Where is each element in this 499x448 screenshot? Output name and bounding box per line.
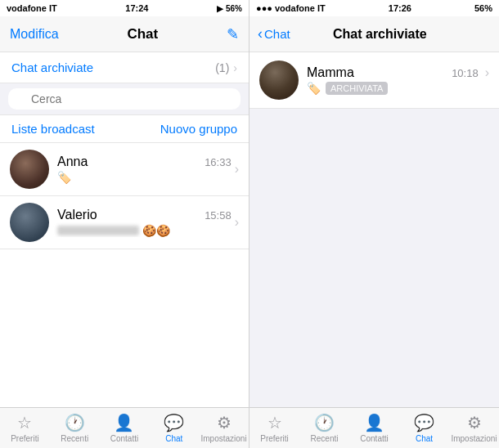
right-chat-icon: 💬 <box>414 413 434 432</box>
chat-name-anna: Anna <box>57 155 88 169</box>
archived-label: Chat archiviate <box>11 60 93 74</box>
right-title: Chat archiviate <box>269 27 491 42</box>
archived-time-area: 10:18 › <box>452 65 489 80</box>
right-status-bar: ●●● vodafone IT 17:26 56% <box>250 0 499 16</box>
left-panel: vodafone IT 17:24 ▶ 56% Modifica Chat ✎ … <box>0 0 250 448</box>
tab-recenti[interactable]: 🕐 Recenti <box>50 413 100 443</box>
right-gear-icon: ⚙ <box>467 413 482 432</box>
right-tab-bar: ☆ Preferiti 🕐 Recenti 👤 Contatti 💬 Chat … <box>250 407 499 448</box>
chat-preview-anna: 🏷️ <box>57 171 232 184</box>
avatar-mamma <box>259 60 299 100</box>
chat-name-row-valerio: Valerio 15:58 <box>57 208 232 222</box>
battery-icon: 56% <box>226 4 242 13</box>
chevron-valerio: › <box>235 215 239 230</box>
tab-chat[interactable]: 💬 Chat <box>149 413 199 443</box>
gear-icon: ⚙ <box>217 413 232 432</box>
right-tab-chat[interactable]: 💬 Chat <box>399 413 449 443</box>
right-navbar: ‹ Chat Chat archiviate <box>250 16 499 52</box>
chat-name-row-anna: Anna 16:33 <box>57 155 232 169</box>
right-tab-preferiti[interactable]: ☆ Preferiti <box>250 413 299 443</box>
chat-item-anna[interactable]: Anna 16:33 🏷️ › <box>0 143 249 196</box>
back-chevron-icon: ‹ <box>258 25 263 43</box>
right-time: 17:26 <box>389 3 411 13</box>
left-carrier: vodafone IT <box>7 3 57 13</box>
right-tab-label-chat: Chat <box>416 434 433 443</box>
archived-name-mamma: Mamma <box>307 65 354 80</box>
chat-list: Anna 16:33 🏷️ › Valerio 15:58 🍪🍪 <box>0 143 249 407</box>
avatar-anna <box>10 150 49 189</box>
tab-contatti[interactable]: 👤 Contatti <box>100 413 150 443</box>
archived-count: (1) <box>215 61 229 74</box>
tab-impostazioni[interactable]: ⚙ Impostazioni <box>199 413 249 443</box>
person-icon: 👤 <box>114 413 134 432</box>
chat-name-valerio: Valerio <box>57 208 97 222</box>
archived-row[interactable]: Chat archiviate (1) › <box>0 52 249 83</box>
modifica-button[interactable]: Modifica <box>10 27 59 42</box>
left-icons: ▶ 56% <box>217 4 242 13</box>
right-tab-label-recenti: Recenti <box>311 434 339 443</box>
chevron-anna: › <box>235 162 239 177</box>
tab-label-recenti: Recenti <box>61 434 88 443</box>
right-tab-label-impostazioni: Impostazioni <box>451 434 497 443</box>
right-tab-label-contatti: Contatti <box>360 434 388 443</box>
right-panel: ●●● vodafone IT 17:26 56% ‹ Chat Chat ar… <box>250 0 499 448</box>
chat-time-valerio: 15:58 <box>205 209 232 222</box>
right-tab-recenti[interactable]: 🕐 Recenti <box>299 413 349 443</box>
right-star-icon: ☆ <box>267 413 282 432</box>
preview-emoji-mamma: 🏷️ <box>307 82 321 95</box>
archived-right: (1) › <box>215 61 237 74</box>
left-time: 17:24 <box>125 3 148 13</box>
right-tab-contatti[interactable]: 👤 Contatti <box>349 413 399 443</box>
chat-info-anna: Anna 16:33 🏷️ <box>49 155 232 184</box>
right-clock-icon: 🕐 <box>314 413 335 432</box>
right-battery-icon: 56% <box>474 3 492 13</box>
archived-chevron-icon: › <box>233 61 237 74</box>
chat-info-valerio: Valerio 15:58 🍪🍪 <box>49 208 232 237</box>
broadcast-link[interactable]: Liste broadcast <box>11 122 95 136</box>
chat-preview-valerio: 🍪🍪 <box>57 224 232 237</box>
tab-bar: ☆ Preferiti 🕐 Recenti 👤 Contatti 💬 Chat … <box>0 407 249 448</box>
search-input[interactable] <box>8 88 241 110</box>
chat-item-valerio[interactable]: Valerio 15:58 🍪🍪 › <box>0 196 249 249</box>
clock-icon: 🕐 <box>65 413 85 432</box>
search-bar-container: 🔍 <box>0 83 249 115</box>
left-status-bar: vodafone IT 17:24 ▶ 56% <box>0 0 249 16</box>
avatar-valerio <box>10 203 49 242</box>
tab-preferiti[interactable]: ☆ Preferiti <box>0 413 50 443</box>
archived-name-row-mamma: Mamma 10:18 › <box>307 65 489 80</box>
archived-time-mamma: 10:18 <box>452 67 479 79</box>
tab-label-contatti: Contatti <box>110 434 138 443</box>
archived-preview-mamma: 🏷️ ARCHIVIATA <box>307 82 489 95</box>
new-group-link[interactable]: Nuovo gruppo <box>160 122 237 136</box>
archived-badge-mamma: ARCHIVIATA <box>326 82 388 95</box>
left-title: Chat <box>127 26 158 43</box>
signal-icon: ▶ <box>217 4 223 13</box>
right-carrier: ●●● vodafone IT <box>256 3 326 13</box>
broadcast-row: Liste broadcast Nuovo gruppo <box>0 115 249 143</box>
right-tab-label-preferiti: Preferiti <box>260 434 288 443</box>
right-content-area <box>250 109 499 407</box>
search-wrapper: 🔍 <box>8 88 241 110</box>
chevron-mamma: › <box>485 65 489 80</box>
tab-label-impostazioni: Impostazioni <box>201 434 247 443</box>
compose-icon[interactable]: ✎ <box>227 25 239 43</box>
chat-icon: 💬 <box>164 413 184 432</box>
tab-label-chat: Chat <box>165 434 182 443</box>
archived-chat-mamma[interactable]: Mamma 10:18 › 🏷️ ARCHIVIATA <box>250 52 499 109</box>
archived-chat-info-mamma: Mamma 10:18 › 🏷️ ARCHIVIATA <box>299 65 489 95</box>
right-person-icon: 👤 <box>364 413 384 432</box>
tab-label-preferiti: Preferiti <box>11 434 38 443</box>
left-navbar: Modifica Chat ✎ <box>0 16 249 52</box>
right-tab-impostazioni[interactable]: ⚙ Impostazioni <box>449 413 499 443</box>
preview-emoji-anna: 🏷️ <box>57 171 71 184</box>
chat-time-anna: 16:33 <box>205 156 232 168</box>
blurred-preview-valerio <box>57 226 139 235</box>
star-icon: ☆ <box>17 413 32 432</box>
preview-emoji-valerio: 🍪🍪 <box>142 224 170 237</box>
